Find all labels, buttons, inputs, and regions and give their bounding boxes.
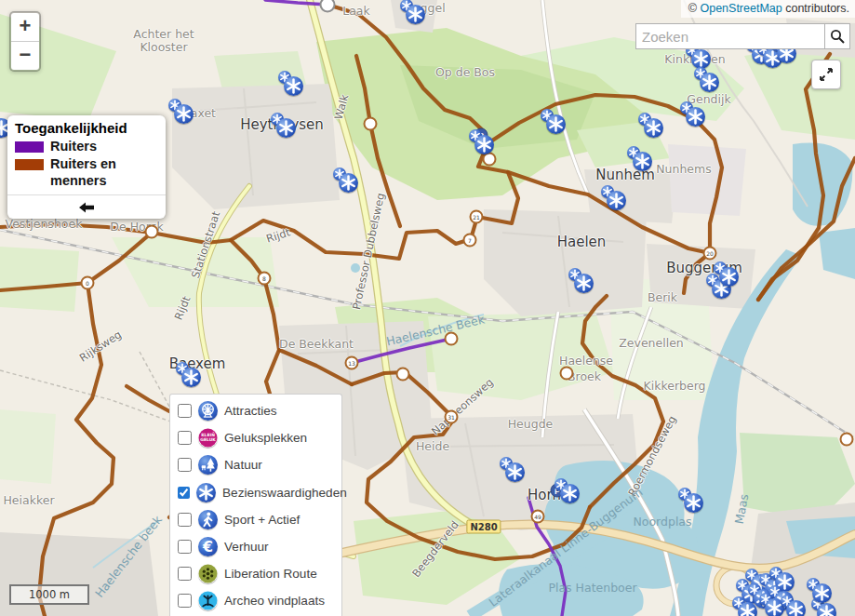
svg-text:€: € <box>202 538 213 556</box>
layer-checkbox[interactable] <box>178 567 192 581</box>
poi-marker-bezienswaardigheid[interactable] <box>785 599 806 616</box>
layer-checkbox[interactable] <box>178 594 192 608</box>
poi-marker-bezienswaardigheid[interactable] <box>283 75 303 96</box>
svg-text:GELUK: GELUK <box>200 437 216 442</box>
map-label: Kikkerberg <box>643 379 705 393</box>
poi-marker-bezienswaardigheid[interactable] <box>690 48 711 69</box>
map-label: Op de Bos <box>435 65 495 79</box>
poi-marker-front <box>607 191 626 210</box>
map-label: Heiakker <box>3 493 54 507</box>
openstreetmap-link[interactable]: OpenStreetMap <box>700 2 782 15</box>
layer-label: Bezienswaardigheden <box>222 486 347 500</box>
legend-items: RuitersRuiters en menners <box>15 139 158 189</box>
search-button[interactable] <box>825 23 850 49</box>
route-waypoint <box>560 367 574 381</box>
poi-marker-front <box>574 274 594 293</box>
poi-marker-bezienswaardigheid[interactable] <box>559 483 580 503</box>
poi-marker-bezienswaardigheid[interactable] <box>173 103 194 124</box>
route-waypoint: 21 <box>470 210 484 224</box>
legend-item-label: Ruiters <box>50 139 97 154</box>
poi-marker-front <box>691 49 711 69</box>
layer-checkbox[interactable] <box>178 458 192 472</box>
poi-marker-bezienswaardigheid[interactable] <box>811 583 832 603</box>
poi-marker-bezienswaardigheid[interactable] <box>632 151 652 171</box>
route-waypoint <box>364 117 378 131</box>
poi-marker-bezienswaardigheid[interactable] <box>545 114 566 134</box>
poi-marker-front <box>684 493 703 513</box>
scale-bar: 1000 m <box>9 584 89 605</box>
poi-marker-front <box>686 107 705 127</box>
layer-label: Natuur <box>224 458 262 472</box>
route-waypoint: 0 <box>81 276 95 290</box>
legend-item-label: Ruiters en menners <box>50 156 158 189</box>
poi-marker-bezienswaardigheid[interactable] <box>685 106 705 127</box>
poi-marker-bezienswaardigheid[interactable] <box>405 4 425 24</box>
poi-marker-bezienswaardigheid[interactable] <box>338 172 358 193</box>
layer-row-sport-actief[interactable]: Sport + Actief <box>170 506 341 533</box>
poi-marker-bezienswaardigheid[interactable] <box>275 117 296 138</box>
layer-row-natuur[interactable]: Natuur <box>170 451 341 478</box>
map-label: Plas Hatenboer <box>548 581 636 595</box>
layer-row-liberation-route[interactable]: Liberation Route <box>170 560 341 587</box>
layer-checkbox[interactable] <box>178 404 192 418</box>
layer-row-bezienswaardigheden[interactable]: Bezienswaardigheden <box>170 479 341 506</box>
map-label: Haelen <box>557 234 607 250</box>
layer-checkbox[interactable] <box>178 540 192 554</box>
map-label: Laak <box>342 4 370 18</box>
fullscreen-button[interactable] <box>811 60 841 89</box>
poi-marker-front <box>812 583 832 603</box>
map-label: Heide <box>416 439 449 453</box>
legend-color-swatch <box>15 159 44 170</box>
layer-checkbox[interactable] <box>178 431 192 445</box>
poi-marker-front <box>786 600 806 616</box>
verhuur-icon: € <box>198 537 218 556</box>
poi-marker-bezienswaardigheid[interactable] <box>816 602 836 616</box>
legend-item: Ruiters en menners <box>15 156 158 189</box>
attribution-suffix: contributors. <box>785 2 849 15</box>
layer-label: Sport + Actief <box>224 513 300 527</box>
poi-marker-bezienswaardigheid[interactable] <box>606 190 626 210</box>
layer-row-attracties[interactable]: Attracties <box>170 397 341 424</box>
layer-row-geluksplekken[interactable]: KLEINGELUKGeluksplekken <box>170 424 341 451</box>
poi-marker-front <box>817 603 836 616</box>
map-label: Berik <box>648 290 677 304</box>
layer-checkbox[interactable] <box>178 513 192 527</box>
map-label: Zevenellen <box>619 336 684 350</box>
zoom-in-button[interactable]: + <box>11 13 39 42</box>
poi-marker-bezienswaardigheid[interactable] <box>180 367 201 387</box>
poi-marker-bezienswaardigheid[interactable] <box>718 266 739 287</box>
road-ref-shield: N280 <box>466 520 501 534</box>
natuur-icon <box>198 455 218 475</box>
layer-row-archeo-vindplaats[interactable]: Archeo vindplaats <box>170 587 341 614</box>
route-waypoint <box>145 225 159 239</box>
poi-marker-bezienswaardigheid[interactable] <box>504 462 525 482</box>
poi-marker-bezienswaardigheid[interactable] <box>683 492 703 513</box>
layer-label: Verhuur <box>224 540 269 554</box>
zoom-out-button[interactable]: − <box>11 42 39 70</box>
search-icon <box>830 29 845 44</box>
back-arrow-icon <box>78 202 95 213</box>
layer-label: Geluksplekken <box>224 431 307 445</box>
zoom-control: + − <box>9 11 41 72</box>
layer-row-verhuur[interactable]: €Verhuur <box>170 533 341 560</box>
poi-marker-front <box>700 73 719 92</box>
copyright-symbol: © <box>688 2 697 15</box>
legend-panel: Toegankelijkheid RuitersRuiters en menne… <box>7 115 166 219</box>
poi-marker-bezienswaardigheid[interactable] <box>573 273 594 293</box>
poi-marker-bezienswaardigheid[interactable] <box>643 117 663 138</box>
poi-marker-bezienswaardigheid[interactable] <box>474 134 494 154</box>
geluksplekken-icon: KLEINGELUK <box>198 428 218 448</box>
poi-marker-front <box>719 267 739 287</box>
poi-marker-bezienswaardigheid[interactable] <box>737 601 757 616</box>
poi-marker-front <box>276 118 296 138</box>
map-label: Noordplas <box>633 515 691 529</box>
route-waypoint: 31 <box>445 410 459 424</box>
search-input[interactable] <box>635 23 825 49</box>
route-waypoint: 7 <box>463 234 477 248</box>
layer-checkbox[interactable] <box>178 486 190 500</box>
poi-marker-front <box>546 114 566 134</box>
poi-marker-bezienswaardigheid[interactable] <box>699 72 719 92</box>
poi-marker-front <box>406 5 425 24</box>
legend-back-button[interactable] <box>7 194 166 219</box>
map-label: Achter het <box>133 27 194 41</box>
